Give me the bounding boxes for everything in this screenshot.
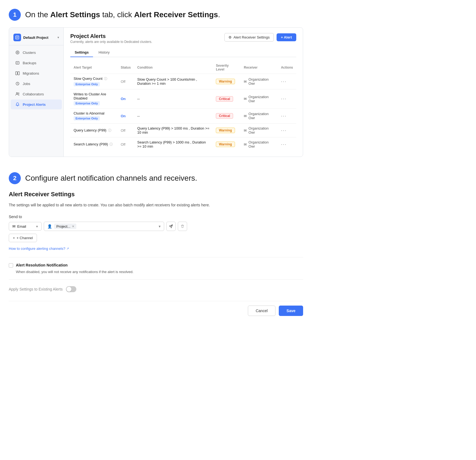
save-button[interactable]: Save <box>279 306 303 316</box>
step1-badge: 1 <box>9 9 21 21</box>
svg-point-7 <box>16 93 18 94</box>
add-channel-label: + Channel <box>17 236 33 240</box>
cell-receiver: ✉ Organization Owr <box>240 137 278 151</box>
email-channel-dropdown[interactable]: ✉ Email ▾ <box>9 222 42 231</box>
plus-icon: + <box>13 236 15 240</box>
send-test-button[interactable] <box>166 222 176 231</box>
severity-badge: Warning <box>216 142 235 147</box>
add-alert-button[interactable]: + Alert <box>277 33 296 41</box>
project-selector[interactable]: Default Project ▾ <box>9 31 63 45</box>
section-title: Alert Receiver Settings <box>9 191 303 198</box>
more-actions-button[interactable]: ··· <box>281 128 287 133</box>
cell-actions: ··· <box>278 124 296 137</box>
divider <box>9 257 303 257</box>
info-icon: ⓘ <box>108 128 111 132</box>
recipient-tag: Project... × <box>54 224 76 229</box>
cell-condition: Search Latency (P99) > 1000 ms , Duratio… <box>134 137 213 151</box>
gear-icon: ⚙ <box>228 35 232 39</box>
send-to-row: ✉ Email ▾ 👤 Project... × ▾ <box>9 222 303 231</box>
cell-severity: Warning <box>213 74 240 89</box>
help-link[interactable]: How to configure alerting channels? ↗ <box>9 247 303 251</box>
cell-receiver: ✉ Organization Owr <box>240 74 278 89</box>
sidebar-item-backups[interactable]: Backups <box>11 58 62 68</box>
cell-status: On <box>117 109 134 124</box>
cell-target: Search Latency (P99) ⓘ <box>70 137 117 151</box>
enterprise-badge: Enterprise Only <box>74 116 100 121</box>
sidebar-label-migrations: Migrations <box>23 71 39 75</box>
sidebar-label-collaborators: Collaborators <box>23 92 44 96</box>
jobs-icon <box>15 81 20 86</box>
svg-rect-3 <box>16 61 19 64</box>
svg-rect-4 <box>16 72 17 75</box>
panel-main-content: Project Alerts Currently, alerts are onl… <box>64 28 303 157</box>
table-row: Query Latency (P99) ⓘ Off Query Latency … <box>70 124 296 137</box>
severity-badge: Warning <box>216 128 235 133</box>
tab-settings[interactable]: Settings <box>70 48 93 57</box>
sidebar-item-collaborators[interactable]: Collaborators <box>11 89 62 99</box>
sidebar-label-backups: Backups <box>23 61 36 65</box>
col-condition: Condition <box>134 61 213 74</box>
recipient-person-icon: 👤 <box>47 224 52 228</box>
panel-subtitle: Currently, alerts are only available to … <box>70 40 152 44</box>
col-severity: Severity Level <box>213 61 240 74</box>
external-link-icon: ↗ <box>66 247 69 250</box>
more-actions-button[interactable]: ··· <box>281 113 287 119</box>
tab-bar: Settings History <box>70 48 296 57</box>
toggle-knob <box>66 287 71 292</box>
resolution-checkbox[interactable] <box>9 263 13 268</box>
recipient-remove-button[interactable]: × <box>72 224 74 228</box>
header-actions: ⚙ Alert Receiver Settings + Alert <box>224 33 296 42</box>
step2-title: Configure alert notification channels an… <box>25 174 197 183</box>
step2-header: 2 Configure alert notification channels … <box>9 172 303 184</box>
cell-status: Off <box>117 137 134 151</box>
tab-history[interactable]: History <box>94 48 114 57</box>
chevron-down-icon: ▾ <box>57 36 59 39</box>
more-actions-button[interactable]: ··· <box>281 79 287 84</box>
cell-receiver: ✉ Organization Owr <box>240 89 278 109</box>
migrations-icon <box>15 71 20 76</box>
project-name: Default Project <box>23 36 55 40</box>
cell-severity: Warning <box>213 124 240 137</box>
email-icon: ✉ <box>244 80 247 84</box>
sidebar-label-jobs: Jobs <box>23 82 30 86</box>
step1-header: 1 On the Alert Settings tab, click Alert… <box>9 9 303 21</box>
sidebar-item-project-alerts[interactable]: Project Alerts <box>11 99 62 109</box>
info-icon: ⓘ <box>109 142 113 146</box>
sidebar-item-clusters[interactable]: Clusters <box>11 48 62 57</box>
sidebar-item-jobs[interactable]: Jobs <box>11 79 62 89</box>
more-actions-button[interactable]: ··· <box>281 142 287 147</box>
panel-title: Project Alerts <box>70 33 152 39</box>
cell-condition: -- <box>134 109 213 124</box>
svg-point-2 <box>17 52 18 53</box>
cell-condition: Slow Query Count > 100 Counts/min , Dura… <box>134 74 213 89</box>
section-description: The settings will be applied to all new … <box>9 202 303 208</box>
cell-severity: Warning <box>213 137 240 151</box>
more-actions-button[interactable]: ··· <box>281 96 287 101</box>
alert-receiver-settings-button[interactable]: ⚙ Alert Receiver Settings <box>224 33 274 42</box>
add-channel-button[interactable]: + + Channel <box>9 234 37 242</box>
email-icon: ✉ <box>244 114 247 118</box>
table-row: Writes to Cluster Are Disabled Enterpris… <box>70 89 296 109</box>
recipients-select[interactable]: 👤 Project... × ▾ <box>44 222 164 231</box>
apply-settings-toggle[interactable] <box>66 286 76 292</box>
step2-badge: 2 <box>9 172 21 184</box>
cell-severity: Critical <box>213 89 240 109</box>
cancel-button[interactable]: Cancel <box>248 306 276 316</box>
sidebar-label-project-alerts: Project Alerts <box>23 102 46 107</box>
apply-settings-label: Apply Settings to Existing Alerts <box>9 287 63 291</box>
enterprise-badge: Enterprise Only <box>74 101 100 106</box>
cell-condition: Query Latency (P99) > 1000 ms , Duration… <box>134 124 213 137</box>
cell-receiver: ✉ Organization Owr <box>240 109 278 124</box>
cell-actions: ··· <box>278 109 296 124</box>
delete-channel-button[interactable] <box>178 222 187 231</box>
email-icon: ✉ <box>244 128 247 133</box>
resolution-label: Alert Resolution Notification <box>16 263 68 267</box>
cell-target: Query Latency (P99) ⓘ <box>70 124 117 137</box>
sidebar-item-migrations[interactable]: Migrations <box>11 68 62 78</box>
sidebar-label-clusters: Clusters <box>23 51 36 55</box>
panel-title-block: Project Alerts Currently, alerts are onl… <box>70 33 152 44</box>
recipients-chevron-icon: ▾ <box>159 224 161 228</box>
svg-rect-5 <box>18 72 19 75</box>
cell-actions: ··· <box>278 74 296 89</box>
severity-badge: Critical <box>216 96 233 102</box>
